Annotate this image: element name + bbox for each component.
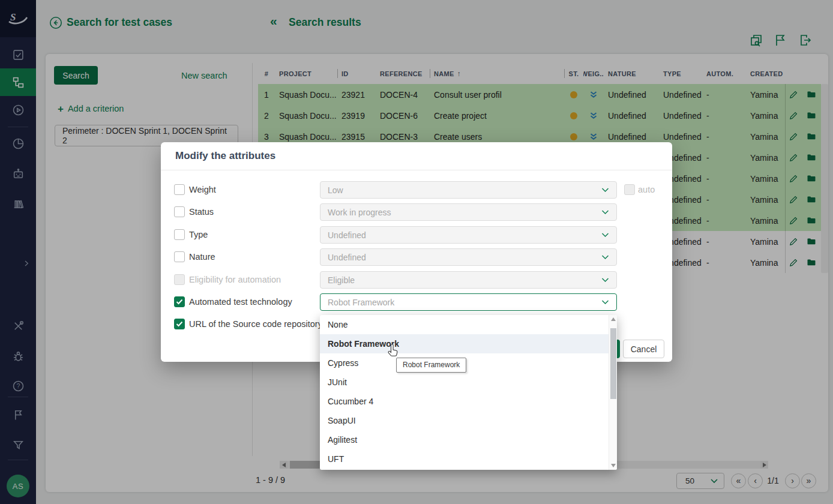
- status-select[interactable]: Work in progress: [320, 203, 617, 221]
- nature-checkbox[interactable]: [174, 251, 185, 262]
- modal-divider: [161, 170, 672, 170]
- test-technology-value: Robot Framework: [328, 298, 394, 307]
- test-technology-checkbox[interactable]: [174, 296, 185, 307]
- url-repository-label: URL of the Source code repository: [189, 319, 322, 329]
- dropdown-option[interactable]: Cucumber 4: [320, 392, 609, 411]
- type-select[interactable]: Undefined: [320, 226, 617, 244]
- option-tooltip: Robot Framework: [396, 358, 466, 373]
- nature-select[interactable]: Undefined: [320, 248, 617, 266]
- cancel-button[interactable]: Cancel: [623, 340, 664, 358]
- type-checkbox[interactable]: [174, 229, 185, 240]
- weight-checkbox[interactable]: [174, 184, 185, 195]
- weight-label: Weight: [189, 185, 216, 195]
- app-root: S: [0, 0, 833, 504]
- chevron-down-icon: [601, 233, 609, 238]
- chevron-down-icon: [601, 278, 609, 283]
- auto-label: auto: [638, 185, 655, 195]
- test-technology-select[interactable]: Robot Framework: [320, 293, 617, 311]
- status-value: Work in progress: [328, 208, 391, 217]
- dropdown-option[interactable]: UFT: [320, 449, 609, 469]
- status-checkbox[interactable]: [174, 206, 185, 217]
- check-icon: [176, 321, 183, 327]
- scroll-down-arrow-icon[interactable]: [611, 464, 616, 467]
- type-value: Undefined: [328, 230, 366, 240]
- dropdown-option[interactable]: JUnit: [320, 373, 609, 392]
- dropdown-option-hovered[interactable]: Robot Framework: [320, 334, 609, 353]
- eligibility-label: Eligibility for automation: [189, 275, 281, 285]
- auto-checkbox[interactable]: [624, 184, 635, 195]
- eligibility-checkbox[interactable]: [174, 274, 185, 285]
- dropdown-option[interactable]: Agilitest: [320, 430, 609, 449]
- modal-title: Modify the attributes: [175, 150, 275, 162]
- nature-label: Nature: [189, 252, 215, 262]
- weight-select[interactable]: Low: [320, 181, 617, 199]
- chevron-down-icon: [601, 255, 609, 260]
- dropdown-scrollbar[interactable]: [609, 315, 617, 470]
- weight-value: Low: [328, 185, 343, 195]
- dropdown-option[interactable]: SoapUI: [320, 411, 609, 430]
- chevron-down-icon: [601, 210, 609, 215]
- status-label: Status: [189, 207, 214, 217]
- chevron-down-icon: [601, 300, 609, 305]
- url-repository-checkbox[interactable]: [174, 319, 185, 329]
- test-technology-dropdown: None Robot Framework Cypress JUnit Cucum…: [320, 315, 617, 470]
- dropdown-option[interactable]: None: [320, 315, 609, 334]
- test-technology-label: Automated test technology: [189, 297, 292, 307]
- eligibility-value: Eligible: [328, 275, 355, 285]
- eligibility-select[interactable]: Eligible: [320, 271, 617, 289]
- type-label: Type: [189, 230, 208, 240]
- chevron-down-icon: [601, 188, 609, 193]
- scrollbar-thumb[interactable]: [610, 328, 616, 399]
- nature-value: Undefined: [328, 253, 366, 262]
- check-icon: [176, 299, 183, 305]
- scroll-up-arrow-icon[interactable]: [611, 317, 616, 321]
